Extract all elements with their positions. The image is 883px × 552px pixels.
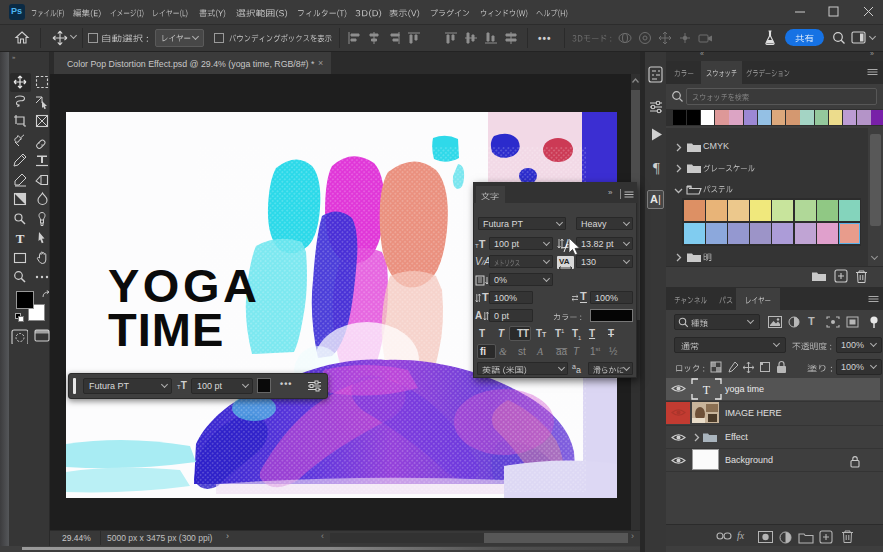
svg-text:T: T — [703, 383, 711, 397]
svg-text:TIME: TIME — [108, 303, 224, 356]
svg-text:T: T — [16, 231, 25, 246]
svg-text:¶: ¶ — [653, 160, 660, 176]
